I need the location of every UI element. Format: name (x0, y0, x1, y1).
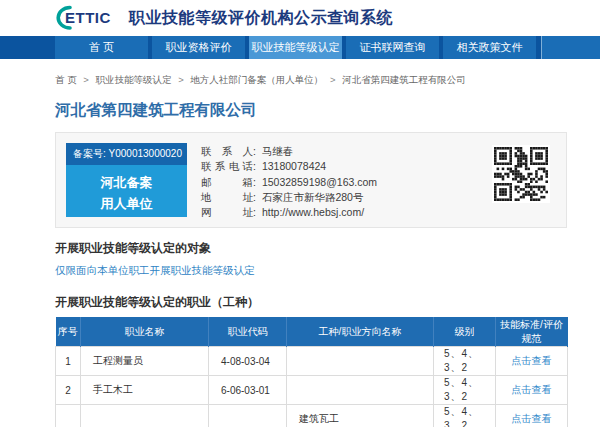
contact-address-row: 地址:石家庄市新华路280号 (201, 190, 377, 205)
header-trade-name: 工种/职业方向名称 (287, 318, 434, 347)
breadcrumb-separator: > (178, 74, 184, 85)
breadcrumb-company: 河北省第四建筑工程有限公司 (342, 74, 466, 85)
nav-filler (541, 36, 600, 59)
qr-code (492, 145, 550, 203)
job-code-cell: 6-29-01-01 (209, 405, 287, 427)
view-link-cell: 点击查看 (496, 376, 568, 405)
table-row: 1工程测量员4-08-03-045、4、3、2点击查看 (56, 347, 568, 376)
contact-person-row: 联系人:马继春 (201, 144, 377, 159)
contact-email-label: 邮箱 (201, 175, 253, 190)
contact-phone-label: 联系电话 (201, 159, 253, 174)
contact-address-label: 地址 (201, 190, 253, 205)
breadcrumb: 首 页 > 职业技能等级认定 > 地方人社部门备案（用人单位） > 河北省第四建… (55, 74, 567, 87)
cettic-logo-icon: ETTIC (54, 5, 120, 31)
nav-tab-qualification[interactable]: 职业资格评价 (152, 36, 245, 59)
breadcrumb-separator: > (330, 74, 336, 85)
record-badge: 备案号: Y000013000020 河北备案 用人单位 (66, 143, 187, 217)
site-header: ETTIC 职业技能等级评价机构公示查询系统 (0, 0, 600, 36)
contact-website-row: 网址:http://www.hebsj.com/ (201, 205, 377, 220)
record-number-value: Y000013000020 (109, 148, 182, 159)
content: 首 页 > 职业技能等级认定 > 地方人社部门备案（用人单位） > 河北省第四建… (0, 74, 600, 427)
contact-website-label: 网址 (201, 205, 253, 220)
contact-email-row: 邮箱:15032859198@163.com (201, 175, 377, 190)
table-row: 2手工木工6-06-03-015、4、3、2点击查看 (56, 376, 568, 405)
row-index-cell: 1 (56, 347, 81, 376)
breadcrumb-skill-level[interactable]: 职业技能等级认定 (95, 74, 171, 85)
nav-tab-policy-files[interactable]: 相关政策文件 (443, 36, 536, 59)
contact-website-value: http://www.hebsj.com/ (262, 206, 364, 218)
job-name-cell: 砌筑工 (81, 405, 209, 427)
table-row: 3砌筑工6-29-01-01建筑瓦工5、4、3、2点击查看 (56, 405, 568, 427)
nav-tab-skill-level[interactable]: 职业技能等级认定 (249, 36, 342, 59)
trade-name-cell (287, 347, 434, 376)
target-section-heading: 开展职业技能等级认定的对象 (55, 240, 567, 257)
record-number-label: 备案号: (73, 148, 106, 159)
cettic-logo: ETTIC (54, 5, 120, 31)
contact-info: 联系人:马继春 联系电话:13180078424 邮箱:15032859198@… (201, 143, 377, 217)
badge-type: 用人单位 (66, 193, 187, 214)
site-title: 职业技能等级评价机构公示查询系统 (129, 8, 393, 29)
main-nav: 首 页 职业资格评价 职业技能等级认定 证书联网查询 相关政策文件 (0, 36, 600, 59)
breadcrumb-separator: > (83, 74, 89, 85)
trade-name-cell: 建筑瓦工 (287, 405, 434, 427)
contact-person-label: 联系人 (201, 144, 253, 159)
jobs-table-body: 1工程测量员4-08-03-045、4、3、2点击查看2手工木工6-06-03-… (56, 347, 568, 427)
levels-cell: 5、4、3、2 (434, 376, 496, 405)
page-title: 河北省第四建筑工程有限公司 (55, 100, 567, 121)
breadcrumb-record-list[interactable]: 地方人社部门备案（用人单位） (190, 74, 323, 85)
svg-text:ETTIC: ETTIC (65, 9, 111, 26)
header-job-name: 职业名称 (81, 318, 209, 347)
jobs-table-header: 序号 职业名称 职业代码 工种/职业方向名称 级别 技能标准/评价规范 (56, 318, 568, 347)
levels-cell: 5、4、3、2 (434, 347, 496, 376)
nav-tab-home[interactable]: 首 页 (55, 36, 148, 59)
badge-region: 河北备案 (66, 172, 187, 193)
record-number: 备案号: Y000013000020 (66, 143, 187, 165)
jobs-table: 序号 职业名称 职业代码 工种/职业方向名称 级别 技能标准/评价规范 1工程测… (55, 317, 568, 427)
header-spec: 技能标准/评价规范 (496, 318, 568, 347)
target-section-text: 仅限面向本单位职工开展职业技能等级认定 (55, 264, 567, 278)
record-type-badge: 河北备案 用人单位 (66, 165, 187, 217)
job-code-cell: 4-08-03-04 (209, 347, 287, 376)
view-link-cell: 点击查看 (496, 347, 568, 376)
contact-phone-row: 联系电话:13180078424 (201, 159, 377, 174)
header-index: 序号 (56, 318, 81, 347)
levels-cell: 5、4、3、2 (434, 405, 496, 427)
row-index-cell: 2 (56, 376, 81, 405)
breadcrumb-home[interactable]: 首 页 (55, 74, 77, 85)
page: ETTIC 职业技能等级评价机构公示查询系统 首 页 职业资格评价 职业技能等级… (0, 0, 600, 427)
contact-address-value: 石家庄市新华路280号 (262, 191, 364, 203)
job-name-cell: 手工木工 (81, 376, 209, 405)
header-job-code: 职业代码 (209, 318, 287, 347)
jobs-section-heading: 开展职业技能等级认定的职业（工种） (55, 294, 567, 311)
view-link[interactable]: 点击查看 (512, 384, 552, 395)
trade-name-cell (287, 376, 434, 405)
job-code-cell: 6-06-03-01 (209, 376, 287, 405)
view-link[interactable]: 点击查看 (512, 413, 552, 424)
row-index-cell: 3 (56, 405, 81, 427)
company-info-card: 备案号: Y000013000020 河北备案 用人单位 联系人:马继春 联系电… (55, 132, 567, 228)
nav-tab-certificate-query[interactable]: 证书联网查询 (346, 36, 439, 59)
contact-email-value: 15032859198@163.com (262, 176, 377, 188)
job-name-cell: 工程测量员 (81, 347, 209, 376)
header-levels: 级别 (434, 318, 496, 347)
view-link[interactable]: 点击查看 (512, 355, 552, 366)
contact-phone-value: 13180078424 (262, 160, 326, 172)
view-link-cell: 点击查看 (496, 405, 568, 427)
contact-person-value: 马继春 (262, 145, 294, 157)
